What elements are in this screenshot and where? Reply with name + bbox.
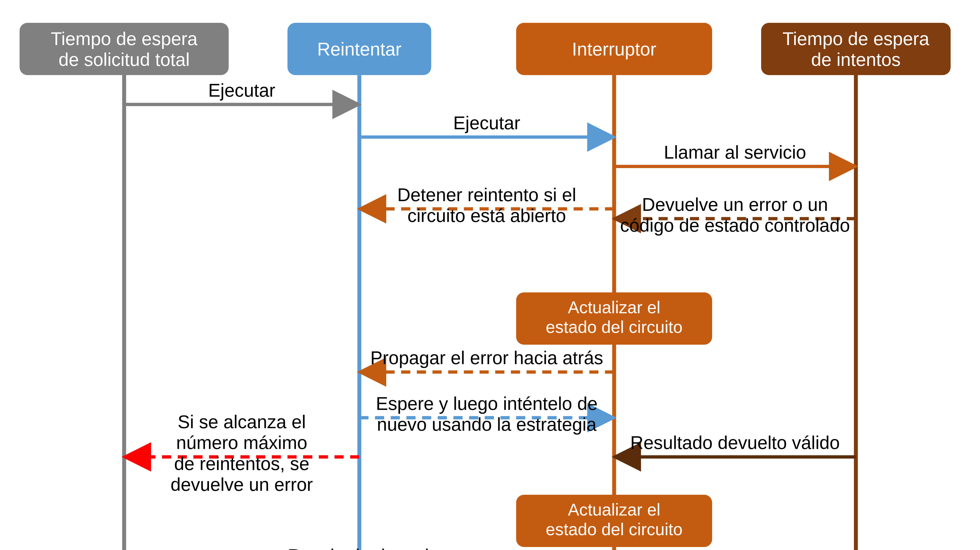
- participant-breaker-top: Interruptor: [516, 23, 712, 75]
- message-label: Ejecutar: [208, 80, 275, 101]
- message-label: Espere y luego inténtelo denuevo usando …: [376, 393, 598, 434]
- participant-label: Interruptor: [572, 39, 657, 59]
- message-label: Resultado devuelto válido: [630, 432, 840, 453]
- message-label: Ejecutar: [453, 113, 520, 133]
- participant-label: Reintentar: [317, 39, 401, 59]
- message-label: Detener reintento si elcircuito está abi…: [397, 184, 576, 226]
- message-label: Devuelve un error o uncódigo de estado c…: [620, 194, 850, 236]
- participant-label: Tiempo de esperade solicitud total: [51, 29, 197, 70]
- message-label: Resultado devuelto: [288, 545, 444, 550]
- sequence-diagram: EjecutarEjecutarLlamar al servicioDetene…: [0, 0, 980, 550]
- message-label: Propagar el error hacia atrás: [370, 347, 603, 368]
- message-label: Llamar al servicio: [664, 142, 806, 163]
- participant-timeout_try-top: Tiempo de esperade intentos: [761, 23, 951, 75]
- message-label: Si se alcanza elnúmero máximode reintent…: [170, 412, 313, 495]
- participant-retry-top: Reintentar: [287, 23, 431, 75]
- participant-timeout_total-top: Tiempo de esperade solicitud total: [20, 23, 229, 75]
